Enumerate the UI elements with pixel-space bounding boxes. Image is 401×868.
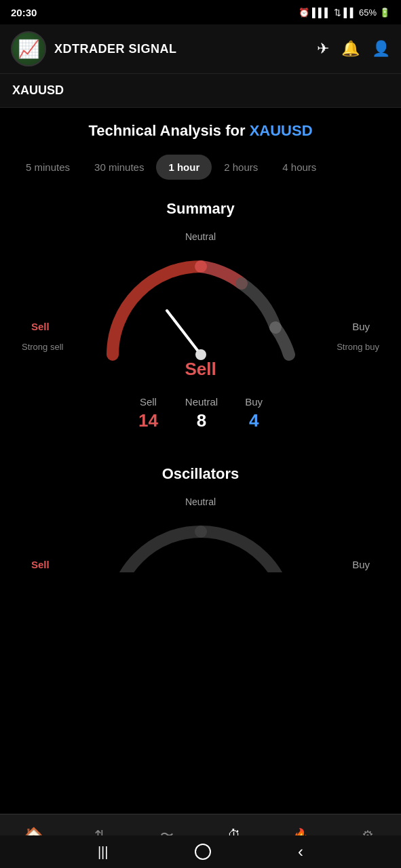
gauge-strong-sell-label: Strong sell [22, 342, 63, 352]
battery-icon: 🔋 [379, 7, 390, 18]
stat-sell-value: 14 [138, 410, 158, 431]
stat-neutral: Neutral 8 [185, 396, 218, 431]
main-content: Technical Analysis for XAUUSD 5 minutes … [0, 108, 401, 658]
summary-title: Summary [11, 200, 390, 218]
stats-row: Sell 14 Neutral 8 Buy 4 [11, 396, 390, 431]
summary-section: Summary Neutral [11, 200, 390, 570]
android-recent-btn[interactable]: ||| [98, 844, 109, 860]
title-symbol: XAUUSD [250, 122, 313, 139]
bell-icon[interactable]: 🔔 [341, 40, 360, 58]
gauge-bottom-labels: Strong sell Strong buy [11, 342, 390, 352]
signal-icon: ▌▌▌ [312, 7, 331, 18]
stat-buy-value: 4 [245, 410, 263, 431]
android-back-btn[interactable]: ‹ [298, 842, 303, 861]
gauge-sell-label: Sell [31, 321, 50, 332]
status-icons: ⏰ ▌▌▌ ⇅ ▌▌ 65% 🔋 [299, 7, 390, 18]
title-prefix: Technical Analysis for [88, 122, 245, 139]
tab-4hours[interactable]: 4 hours [270, 155, 328, 180]
user-icon[interactable]: 👤 [372, 40, 390, 58]
summary-gauge-wrapper: Neutral [11, 231, 390, 352]
tab-5min[interactable]: 5 minutes [14, 155, 82, 180]
currency-symbol: XAUUSD [12, 83, 64, 97]
osc-gauge-container [92, 511, 309, 572]
osc-gauge-svg [92, 511, 309, 572]
app-title: XDTRADER SIGNAL [54, 42, 309, 56]
currency-bar: XAUUSD [0, 74, 401, 108]
stat-buy-label: Buy [245, 396, 263, 408]
gauge-buy-label: Buy [352, 321, 370, 332]
tab-2hours[interactable]: 2 hours [212, 155, 270, 180]
stat-neutral-label: Neutral [185, 396, 218, 408]
oscillators-title: Oscillators [11, 465, 390, 483]
osc-buy-label: Buy [352, 559, 370, 570]
android-nav: ||| ‹ [0, 835, 401, 868]
app-header: 📈 XDTRADER SIGNAL ✈ 🔔 👤 [0, 24, 401, 74]
stat-sell: Sell 14 [138, 396, 158, 431]
stat-buy: Buy 4 [245, 396, 263, 431]
tab-30min[interactable]: 30 minutes [82, 155, 156, 180]
battery-label: 65% [359, 7, 377, 18]
status-bar: 20:30 ⏰ ▌▌▌ ⇅ ▌▌ 65% 🔋 [0, 0, 401, 24]
stat-sell-label: Sell [138, 396, 158, 408]
data-icon: ⇅ [334, 7, 341, 18]
status-time: 20:30 [11, 7, 37, 18]
osc-neutral-label: Neutral [11, 496, 390, 507]
alarm-icon: ⏰ [299, 7, 309, 18]
stat-neutral-value: 8 [185, 410, 218, 431]
oscillators-section: Oscillators Neutral Sell Buy [11, 465, 390, 570]
app-logo: 📈 [11, 31, 46, 66]
android-home-btn[interactable] [195, 844, 211, 860]
osc-sell-label: Sell [31, 559, 50, 570]
wifi-icon: ▌▌ [344, 7, 356, 18]
tab-1hour[interactable]: 1 hour [156, 155, 212, 180]
time-tabs: 5 minutes 30 minutes 1 hour 2 hours 4 ho… [11, 155, 390, 180]
header-icons: ✈ 🔔 👤 [317, 40, 390, 58]
gauge-neutral-top: Neutral [11, 231, 390, 242]
analysis-title: Technical Analysis for XAUUSD [11, 121, 390, 141]
gauge-strong-buy-label: Strong buy [337, 342, 379, 352]
send-icon[interactable]: ✈ [317, 40, 329, 58]
